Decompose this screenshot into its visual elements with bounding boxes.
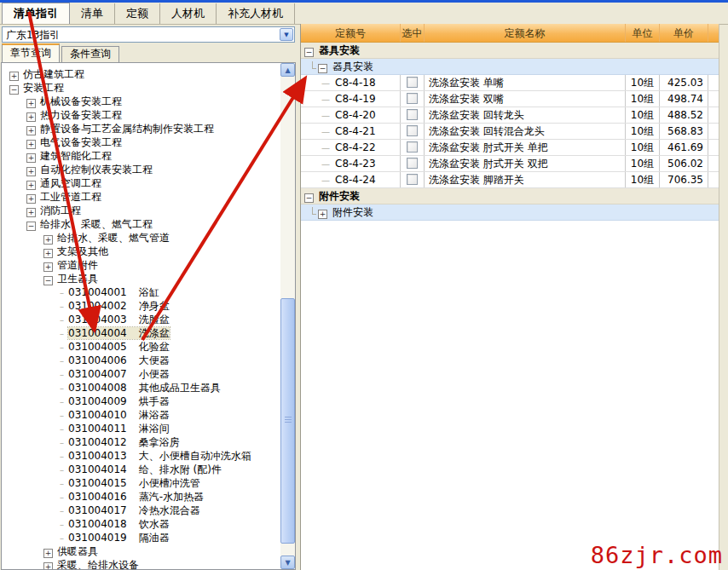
- expand-plus-icon[interactable]: +: [26, 126, 36, 135]
- column-header-4[interactable]: 单位: [626, 24, 660, 42]
- collapse-minus-icon[interactable]: −: [26, 222, 36, 231]
- tree-node[interactable]: –031004005化验盆: [2, 340, 295, 354]
- expand-plus-icon[interactable]: +: [318, 210, 327, 219]
- expand-plus-icon[interactable]: +: [26, 99, 36, 108]
- tree-node[interactable]: +工业管道工程: [2, 190, 295, 204]
- expand-plus-icon[interactable]: +: [26, 112, 36, 122]
- scroll-up-icon[interactable]: ▲: [280, 63, 295, 77]
- tree-node[interactable]: +电气设备安装工程: [2, 135, 295, 149]
- tree-node[interactable]: –031004012桑拿浴房: [2, 435, 295, 449]
- table-row[interactable]: —C8-4-20洗涤盆安装 回转龙头10组488.52: [301, 107, 719, 124]
- row-checkbox[interactable]: [407, 77, 418, 88]
- collapse-minus-icon[interactable]: −: [9, 85, 19, 95]
- column-header-2[interactable]: 选中: [401, 24, 425, 42]
- tree-node[interactable]: –031004017冷热水混合器: [2, 504, 295, 517]
- table-row[interactable]: —C8-4-22洗涤盆安装 肘式开关 单把10组461.69: [301, 140, 719, 156]
- column-header-1[interactable]: 定额号: [301, 24, 401, 42]
- expand-plus-icon[interactable]: +: [26, 140, 36, 149]
- tree-scrollbar[interactable]: ▲ ▼: [280, 63, 295, 569]
- tree-node[interactable]: +静置设备与工艺金属结构制作安装工程: [2, 122, 295, 135]
- collapse-minus-icon[interactable]: −: [318, 64, 327, 73]
- top-tab-3[interactable]: 定额: [115, 3, 160, 24]
- group-row[interactable]: −器具安装: [301, 43, 719, 59]
- expand-plus-icon[interactable]: +: [43, 262, 53, 272]
- row-checkbox[interactable]: [407, 125, 418, 136]
- expand-plus-icon[interactable]: +: [26, 194, 36, 204]
- price-cell: 706.35: [660, 172, 708, 187]
- expand-plus-icon[interactable]: +: [43, 235, 53, 245]
- tree-node[interactable]: +自动化控制仪表安装工程: [2, 163, 295, 176]
- expand-plus-icon[interactable]: +: [43, 562, 53, 570]
- tree-node[interactable]: +热力设备安装工程: [2, 108, 295, 122]
- scroll-down-icon[interactable]: ▼: [280, 556, 295, 569]
- tree-node[interactable]: –031004006大便器: [2, 354, 295, 367]
- guide-combobox[interactable]: 广东13指引 ▼: [2, 26, 295, 43]
- tree-node[interactable]: +机械设备安装工程: [2, 95, 295, 108]
- tree-node[interactable]: –031004002净身盆: [2, 299, 295, 313]
- expand-plus-icon[interactable]: +: [43, 249, 53, 258]
- expand-plus-icon[interactable]: +: [26, 153, 36, 163]
- collapse-minus-icon[interactable]: −: [43, 276, 53, 285]
- tree-node[interactable]: –031004014给、排水附 (配)件: [2, 463, 295, 476]
- top-tab-1[interactable]: 清单指引: [2, 3, 70, 24]
- collapse-minus-icon[interactable]: −: [304, 193, 314, 203]
- left-tab-1[interactable]: 章节查询: [2, 43, 60, 62]
- table-row[interactable]: —C8-4-21洗涤盆安装 回转混合龙头10组568.83: [301, 124, 719, 140]
- quota-code-cell: —C8-4-24: [301, 172, 401, 187]
- tree-node[interactable]: −给排水、采暖、燃气工程: [2, 217, 295, 231]
- tree-node[interactable]: –031004003洗脸盆: [2, 313, 295, 326]
- tree-node[interactable]: +通风空调工程: [2, 176, 295, 190]
- subgroup-row[interactable]: +附件安装: [301, 204, 719, 221]
- tree-node[interactable]: +仿古建筑工程: [2, 67, 295, 81]
- top-tab-4[interactable]: 人材机: [160, 3, 217, 24]
- row-checkbox[interactable]: [407, 141, 418, 153]
- tree-node[interactable]: +供暖器具: [2, 544, 295, 558]
- tree-node[interactable]: –031004015小便槽冲洗管: [2, 476, 295, 490]
- tree-node[interactable]: –031004001浴缸: [2, 285, 295, 299]
- table-row[interactable]: —C8-4-19洗涤盆安装 双嘴10组498.74: [301, 91, 719, 107]
- column-header-5[interactable]: 单价: [660, 24, 708, 42]
- tree-node[interactable]: –031004004洗涤盆: [2, 326, 295, 340]
- tree-node[interactable]: −卫生器具: [2, 272, 295, 285]
- left-tab-2[interactable]: 条件查询: [61, 46, 119, 62]
- tree-node[interactable]: –031004016蒸汽-水加热器: [2, 490, 295, 504]
- table-row[interactable]: —C8-4-24洗涤盆安装 脚踏开关10组706.35: [301, 172, 719, 188]
- row-checkbox[interactable]: [407, 158, 418, 169]
- tree-node[interactable]: −安装工程: [2, 81, 295, 95]
- expand-plus-icon[interactable]: +: [26, 208, 36, 217]
- top-tab-5[interactable]: 补充人材机: [217, 3, 295, 24]
- expand-plus-icon[interactable]: +: [43, 549, 53, 558]
- tree-node[interactable]: –031004018饮水器: [2, 517, 295, 531]
- unit-cell: 10组: [626, 172, 660, 187]
- tree-node[interactable]: –031004008其他成品卫生器具: [2, 381, 295, 394]
- tree-node[interactable]: +消防工程: [2, 204, 295, 217]
- tree-node[interactable]: –031004009烘手器: [2, 394, 295, 408]
- row-checkbox[interactable]: [407, 109, 418, 120]
- chevron-down-icon[interactable]: ▼: [280, 28, 293, 41]
- tree-node-name: 机械设备安装工程: [40, 95, 122, 107]
- expand-plus-icon[interactable]: +: [26, 167, 36, 176]
- group-row[interactable]: −附件安装: [301, 188, 719, 204]
- tree-node[interactable]: +采暖、给排水设备: [2, 558, 295, 570]
- tree-node[interactable]: +建筑智能化工程: [2, 149, 295, 163]
- tree-node[interactable]: +管道附件: [2, 258, 295, 272]
- column-header-3[interactable]: 定额名称: [425, 24, 626, 42]
- scrollbar-thumb[interactable]: [280, 298, 295, 544]
- table-row[interactable]: —C8-4-18洗涤盆安装 单嘴10组425.03: [301, 75, 719, 91]
- expand-plus-icon[interactable]: +: [9, 72, 19, 81]
- tree-node[interactable]: –031004007小便器: [2, 367, 295, 381]
- tree-node[interactable]: –031004019隔油器: [2, 531, 295, 544]
- tree-node[interactable]: –031004013大、小便槽自动冲洗水箱: [2, 449, 295, 463]
- tree-node[interactable]: –031004010淋浴器: [2, 408, 295, 422]
- tree-node[interactable]: –031004011淋浴间: [2, 422, 295, 435]
- row-checkbox[interactable]: [407, 174, 418, 185]
- top-tab-2[interactable]: 清单: [70, 3, 115, 24]
- expand-plus-icon[interactable]: +: [26, 181, 36, 190]
- subgroup-row[interactable]: −器具安装: [301, 59, 719, 75]
- grid-body: −器具安装−器具安装—C8-4-18洗涤盆安装 单嘴10组425.03—C8-4…: [301, 43, 719, 221]
- table-row[interactable]: —C8-4-23洗涤盆安装 肘式开关 双把10组506.02: [301, 156, 719, 172]
- row-checkbox[interactable]: [407, 93, 418, 104]
- tree-node[interactable]: +给排水、采暖、燃气管道: [2, 231, 295, 245]
- collapse-minus-icon[interactable]: −: [304, 48, 314, 57]
- tree-node[interactable]: +支架及其他: [2, 245, 295, 258]
